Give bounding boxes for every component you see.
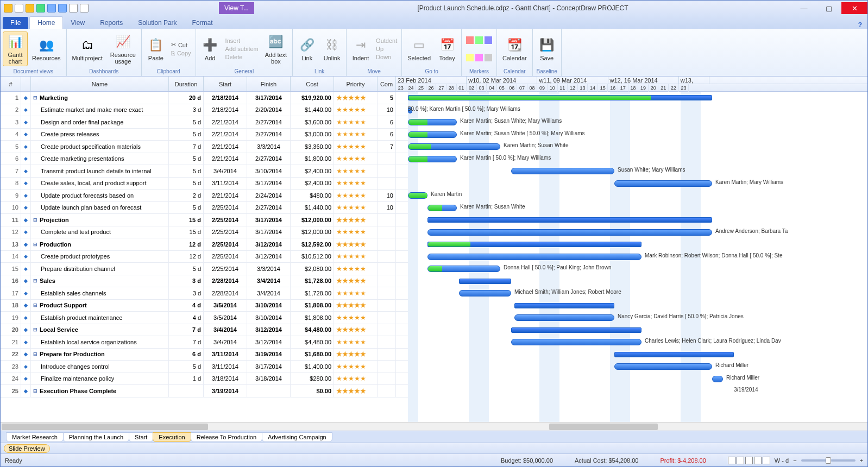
table-row[interactable]: 8◆Create sales, local, and product suppo… (1, 178, 408, 190)
table-row[interactable]: 7◆Transmit product launch details to int… (1, 165, 408, 178)
sheet-tab-planning-the-launch[interactable]: Planning the Launch (63, 432, 129, 442)
resources-button[interactable]: 👥 Resources (29, 35, 64, 62)
gantt-bar[interactable] (408, 143, 500, 150)
table-row[interactable]: 17◆Establish sales channels3 d2/28/20143… (1, 287, 408, 300)
qat-new-icon[interactable] (4, 4, 12, 12)
table-row[interactable]: 15◆Prepare distribution channel5 d2/25/2… (1, 263, 408, 275)
table-row[interactable]: 23◆Introduce changes control5 d3/11/2014… (1, 361, 408, 373)
paste-button[interactable]: 📋Paste (144, 35, 168, 62)
qat-export-icon[interactable] (36, 4, 45, 12)
gantt-bar[interactable] (427, 229, 712, 236)
col-finish[interactable]: Finish (247, 77, 291, 91)
priority-stars[interactable]: ★★★★★ (334, 373, 378, 385)
sheet-tab-advertising-campaign[interactable]: Advertising Campaign (262, 432, 332, 442)
col-duration[interactable]: Duration (169, 77, 204, 91)
close-button[interactable]: ✕ (841, 2, 867, 14)
goto-today-button[interactable]: 📅Today (435, 35, 459, 62)
priority-stars[interactable]: ★★★★★ (334, 165, 378, 177)
priority-stars[interactable]: ★★★★★ (334, 361, 378, 373)
tab-home[interactable]: Home (29, 16, 63, 29)
priority-stars[interactable]: ★★★★★ (334, 202, 378, 214)
gantt-bar[interactable] (427, 254, 641, 260)
gantt-bar[interactable] (511, 339, 641, 345)
copy-button[interactable]: ⎘Copy (169, 49, 193, 57)
goto-selected-button[interactable]: ▭Selected (404, 35, 434, 62)
multiproject-button[interactable]: 🗂Multiproject (69, 35, 106, 62)
minimize-button[interactable]: — (791, 2, 816, 14)
qat-redo-icon[interactable] (58, 4, 67, 12)
marker-icon[interactable] (466, 54, 474, 61)
priority-stars[interactable]: ★★★★★ (334, 275, 378, 287)
table-row[interactable]: 10◆Update launch plan based on forecast5… (1, 202, 408, 214)
cut-button[interactable]: ✂Cut (169, 41, 193, 49)
table-row[interactable]: 6◆Create marketing presentations5 d2/21/… (1, 153, 408, 166)
qat-save-icon[interactable] (26, 4, 34, 12)
sheet-tab-execution[interactable]: Execution (153, 432, 191, 442)
gantt-bar[interactable] (408, 95, 712, 100)
gantt-bar[interactable] (614, 363, 712, 370)
calendar-button[interactable]: 📆Calendar (499, 35, 530, 62)
priority-stars[interactable]: ★★★★★ (334, 116, 378, 128)
table-row[interactable]: 1◆⊟Marketing20 d2/18/20143/17/2014$19,92… (1, 92, 408, 104)
table-row[interactable]: 25◆⊟Execution Phase Complete3/19/2014$0.… (1, 385, 408, 397)
qat-preview-icon[interactable] (80, 4, 89, 12)
priority-stars[interactable]: ★★★★★ (334, 312, 378, 324)
gantt-bar[interactable] (427, 266, 500, 272)
add-text-box-button[interactable]: 🔤Add text box (262, 32, 290, 66)
table-row[interactable]: 22◆⊟Prepare for Production6 d3/11/20143/… (1, 349, 408, 361)
table-row[interactable]: 21◆Establish local service organizations… (1, 336, 408, 349)
priority-stars[interactable]: ★★★★★ (334, 141, 378, 153)
indent-button[interactable]: ⇥Indent (349, 35, 373, 62)
table-row[interactable]: 9◆Update product forecasts based on2 d2/… (1, 190, 408, 202)
priority-stars[interactable]: ★★★★★ (334, 226, 378, 238)
col-cost[interactable]: Cost (291, 77, 334, 91)
unlink-button[interactable]: ⛓Unlink (320, 35, 344, 62)
tab-solution-park[interactable]: Solution Park (130, 17, 184, 29)
tab-format[interactable]: Format (185, 17, 221, 29)
gantt-bar[interactable] (514, 314, 614, 321)
gantt-bar[interactable] (408, 156, 457, 162)
priority-stars[interactable]: ★★★★★ (334, 178, 378, 190)
marker-icon[interactable] (475, 36, 483, 44)
priority-stars[interactable]: ★★★★★ (334, 385, 378, 397)
priority-stars[interactable]: ★★★★★ (334, 300, 378, 312)
link-button[interactable]: 🔗Link (295, 35, 319, 62)
gantt-bar[interactable] (614, 352, 734, 357)
marker-icon[interactable] (466, 36, 474, 44)
col-start[interactable]: Start (204, 77, 247, 91)
move-up-button[interactable]: Up (374, 45, 399, 53)
priority-stars[interactable]: ★★★★★ (334, 287, 378, 299)
priority-stars[interactable]: ★★★★★ (334, 336, 378, 348)
col-number[interactable]: # (1, 77, 21, 91)
zoom-out-icon[interactable]: − (793, 457, 796, 464)
collapse-icon[interactable]: ⊟ (33, 242, 37, 247)
zoom-in-icon[interactable]: + (860, 457, 863, 464)
priority-stars[interactable]: ★★★★★ (334, 324, 378, 336)
table-row[interactable]: 13◆⊟Production12 d2/25/20143/12/2014$12,… (1, 238, 408, 251)
delete-button[interactable]: Delete (223, 53, 261, 61)
qat-print-icon[interactable] (69, 4, 78, 12)
zoom-slider[interactable] (801, 459, 856, 462)
priority-stars[interactable]: ★★★★★ (334, 349, 378, 361)
table-row[interactable]: 19◆Establish product maintenance4 d3/5/2… (1, 312, 408, 324)
view-mode-icons[interactable] (728, 457, 770, 464)
add-button[interactable]: ➕Add (198, 35, 222, 62)
gantt-bar[interactable] (712, 376, 723, 382)
priority-stars[interactable]: ★★★★★ (334, 251, 378, 263)
gantt-bar[interactable] (459, 290, 511, 296)
priority-stars[interactable]: ★★★★★ (334, 214, 378, 226)
add-subitem-button[interactable]: Add subitem (223, 45, 261, 53)
col-priority[interactable]: Priority (334, 77, 378, 91)
marker-icon[interactable] (485, 36, 492, 44)
table-row[interactable]: 3◆Design and order final package5 d2/21/… (1, 116, 408, 129)
gantt-bar[interactable] (614, 180, 712, 187)
priority-stars[interactable]: ★★★★★ (334, 104, 378, 116)
collapse-icon[interactable]: ⊟ (33, 351, 37, 357)
collapse-icon[interactable]: ⊟ (33, 302, 37, 308)
priority-stars[interactable]: ★★★★★ (334, 263, 378, 275)
gantt-hscroll[interactable] (549, 424, 658, 430)
qat-undo-icon[interactable] (47, 4, 56, 12)
priority-stars[interactable]: ★★★★★ (334, 153, 378, 165)
gantt-bar[interactable] (511, 327, 641, 333)
table-row[interactable]: 11◆⊟Projection15 d2/25/20143/17/2014$12,… (1, 214, 408, 226)
